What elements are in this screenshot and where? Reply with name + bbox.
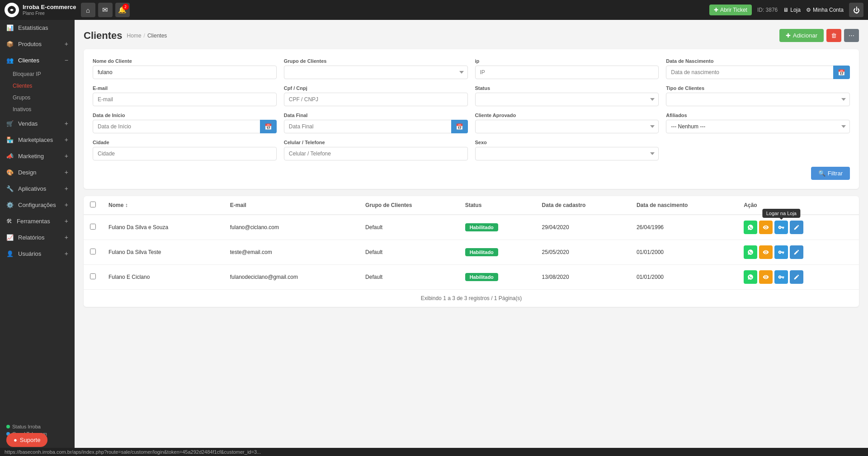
eye-btn-0[interactable] <box>759 221 773 234</box>
calendar-final-btn[interactable]: 📅 <box>451 120 468 133</box>
sidebar-item-configuracoes[interactable]: ⚙️Configurações + <box>0 197 75 213</box>
filter-grid: Nome do Cliente Grupo de Clientes ip Dat… <box>93 58 850 160</box>
col-email: E-mail <box>224 196 359 215</box>
eye-btn-2[interactable] <box>759 270 773 284</box>
whatsapp-btn-2[interactable] <box>744 270 757 284</box>
table-footer: Exibindo 1 a 3 de 3 registros / 1 Página… <box>84 290 859 307</box>
row-checkbox-0[interactable] <box>90 224 96 230</box>
eye-btn-1[interactable] <box>759 245 773 259</box>
suporte-icon: ● <box>14 437 17 443</box>
cell-acao-0: Logar na Loja <box>737 215 859 240</box>
select-status[interactable] <box>475 93 659 106</box>
edit-btn-0[interactable] <box>790 221 803 234</box>
input-cidade[interactable] <box>93 147 277 160</box>
marketplaces-icon: 🏪 <box>6 136 14 143</box>
power-btn[interactable]: ⏻ <box>849 3 863 17</box>
breadcrumb: Home / Clientes <box>127 33 167 39</box>
calendar-inicio-btn[interactable]: 📅 <box>260 120 277 133</box>
cell-datanascimento-0: 26/04/1996 <box>630 215 737 240</box>
sidebar-item-marketing[interactable]: 📣Marketing + <box>0 148 75 164</box>
status-irroba-link[interactable]: Status Irroba <box>6 424 68 429</box>
right-actions: ✚ Abrir Ticket ID: 3876 🖥 Loja ⚙ Minha C… <box>709 3 863 17</box>
filter-card: Nome do Cliente Grupo de Clientes ip Dat… <box>84 49 859 189</box>
bell-nav-btn[interactable]: 🔔 2 <box>115 3 130 17</box>
more-button[interactable]: ⋯ <box>844 29 859 42</box>
input-data-final[interactable] <box>284 120 468 133</box>
produtos-icon: 📦 <box>6 41 14 47</box>
sidebar-item-vendas[interactable]: 🛒Vendas + <box>0 115 75 132</box>
cell-acao-1 <box>737 240 859 265</box>
input-cpf[interactable] <box>284 93 468 106</box>
store-icon: 🖥 <box>783 7 788 13</box>
edit-btn-1[interactable] <box>790 245 803 259</box>
sidebar-sub-clientes[interactable]: Clientes <box>13 80 75 92</box>
marketing-plus-icon: + <box>65 152 68 160</box>
whatsapp-btn-1[interactable] <box>744 245 757 259</box>
whatsapp-btn-0[interactable] <box>744 221 757 234</box>
filter-actions: 🔍 Filtrar <box>93 167 850 180</box>
select-cliente-aprovado[interactable] <box>475 120 659 133</box>
calendar-nascimento-btn[interactable]: 📅 <box>833 66 850 79</box>
sidebar-item-usuarios[interactable]: 👤Usuários + <box>0 245 75 262</box>
top-nav: Irroba E-commerce Plano Free ⌂ ✉ 🔔 2 ✚ A… <box>0 0 868 20</box>
select-all-checkbox[interactable] <box>90 202 96 207</box>
select-tipo-clientes[interactable] <box>666 93 850 106</box>
sidebar-sub-grupos[interactable]: Grupos <box>13 92 75 103</box>
sidebar-sub-inativos[interactable]: Inativos <box>13 103 75 115</box>
home-nav-btn[interactable]: ⌂ <box>81 3 95 17</box>
sidebar-item-relatorios[interactable]: 📈Relatórios + <box>0 229 75 245</box>
sidebar-item-estatisticas[interactable]: 📊Estatísticas <box>0 20 75 36</box>
account-link[interactable]: ⚙ Minha Conta <box>806 7 844 13</box>
cell-nome-1: Fulano Da Silva Teste <box>102 240 224 265</box>
delete-button[interactable]: 🗑 <box>826 29 841 42</box>
input-nome-cliente[interactable] <box>93 66 277 79</box>
breadcrumb-home[interactable]: Home <box>127 33 142 39</box>
edit-btn-2[interactable] <box>790 270 803 284</box>
sidebar-item-ferramentas[interactable]: 🛠Ferramentas + <box>0 213 75 229</box>
select-afiliados[interactable]: --- Nenhum --- <box>666 120 850 133</box>
select-sexo[interactable] <box>475 147 659 160</box>
trash-icon: 🗑 <box>831 32 837 39</box>
cell-status-0: Habilitado <box>459 215 536 240</box>
cell-datanascimento-1: 01/01/2000 <box>630 240 737 265</box>
sidebar-item-produtos[interactable]: 📦Produtos + <box>0 36 75 52</box>
input-data-inicio[interactable] <box>93 120 277 133</box>
key-btn-0[interactable] <box>774 221 788 234</box>
add-label: Adicionar <box>793 32 817 39</box>
sidebar-item-clientes[interactable]: 👥Clientes − <box>0 52 75 68</box>
label-data-final: Data Final <box>284 113 468 118</box>
filter-cpf: Cpf / Cnpj <box>284 85 468 106</box>
row-checkbox-2[interactable] <box>90 273 96 279</box>
row-checkbox-1[interactable] <box>90 249 96 254</box>
input-data-nascimento[interactable] <box>666 66 850 79</box>
add-button[interactable]: ✚ Adicionar <box>779 29 824 42</box>
suporte-label: Suporte <box>20 437 41 443</box>
input-email[interactable] <box>93 93 277 106</box>
cell-datanascimento-2: 01/01/2000 <box>630 265 737 290</box>
vendas-plus-icon: + <box>65 120 68 127</box>
action-btns-0: Logar na Loja <box>744 221 853 234</box>
input-ip[interactable] <box>475 66 659 79</box>
filter-label: Filtrar <box>828 170 843 177</box>
sidebar-item-aplicativos[interactable]: 🔧Aplicativos + <box>0 180 75 197</box>
clientes-icon: 👥 <box>6 57 14 64</box>
customers-table: Nome ↕ E-mail Grupo de Clientes Status D… <box>84 196 859 290</box>
select-grupo-clientes[interactable] <box>284 66 468 79</box>
ticket-btn[interactable]: ✚ Abrir Ticket <box>709 5 752 15</box>
action-btns-2 <box>744 270 853 284</box>
sidebar-item-design[interactable]: 🎨Design + <box>0 164 75 180</box>
key-btn-2[interactable] <box>774 270 788 284</box>
sidebar-item-marketplaces[interactable]: 🏪Marketplaces + <box>0 132 75 148</box>
store-link[interactable]: 🖥 Loja <box>783 7 801 13</box>
cell-nome-2: Fulano E Ciclano <box>102 265 224 290</box>
sidebar-sub-bloquear-ip[interactable]: Bloquear IP <box>13 68 75 80</box>
filter-button[interactable]: 🔍 Filtrar <box>811 167 850 180</box>
search-icon: 🔍 <box>818 170 826 177</box>
store-label: Loja <box>790 7 801 13</box>
key-btn-1[interactable] <box>774 245 788 259</box>
table-card: Nome ↕ E-mail Grupo de Clientes Status D… <box>84 196 859 307</box>
input-celular[interactable] <box>284 147 468 160</box>
suporte-button[interactable]: ● Suporte <box>6 433 47 447</box>
mail-nav-btn[interactable]: ✉ <box>98 3 113 17</box>
marketing-icon: 📣 <box>6 153 14 160</box>
